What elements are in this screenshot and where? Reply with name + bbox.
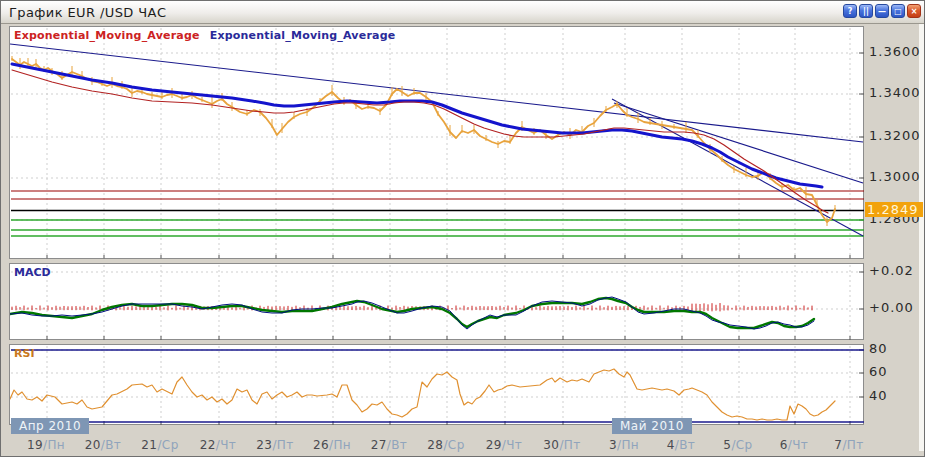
chart-window: График EUR /USD ЧАС ? || — □ × Exponenti… <box>0 0 925 457</box>
ema-legend-blue: Exponential_Moving_Average <box>210 29 396 42</box>
collapse-button[interactable]: — <box>875 4 889 18</box>
y-axis-label: 1.3400 <box>869 85 921 100</box>
maximize-icon: □ <box>894 7 902 16</box>
x-axis-label: 22/Чт <box>186 438 250 452</box>
y-axis-label: 40 <box>869 388 888 403</box>
window-titlebar[interactable]: График EUR /USD ЧАС ? || — □ × <box>1 1 924 24</box>
price-canvas[interactable] <box>10 27 865 260</box>
month-tag-april: Апр 2010 <box>11 418 89 434</box>
x-axis-label: 3/Пн <box>592 438 656 452</box>
x-axis-label: 30/Пт <box>530 438 594 452</box>
macd-panel[interactable]: MACD <box>9 263 864 340</box>
price-chart-panel[interactable]: Exponential_Moving_Average Exponential_M… <box>9 26 864 259</box>
x-axis-label: 19/Пн <box>14 438 78 452</box>
indicator-legend: Exponential_Moving_Average Exponential_M… <box>14 29 401 42</box>
question-icon: ? <box>848 7 853 16</box>
window-title: График EUR /USD ЧАС <box>9 5 166 20</box>
rsi-canvas[interactable] <box>10 345 865 426</box>
y-axis-label: 80 <box>869 341 888 356</box>
maximize-button[interactable]: □ <box>891 4 905 18</box>
macd-canvas[interactable] <box>10 264 865 341</box>
close-button[interactable]: × <box>907 4 921 18</box>
x-axis-label: 21/Ср <box>128 438 192 452</box>
x-axis-label: 4/Вт <box>649 438 713 452</box>
trendline <box>10 44 863 142</box>
ema-legend-red: Exponential_Moving_Average <box>14 29 200 42</box>
minimize-icon: — <box>878 7 886 16</box>
pause-button[interactable]: || <box>859 4 873 18</box>
rsi-panel[interactable]: RSI <box>9 344 864 425</box>
x-axis-label: 26/Пн <box>300 438 364 452</box>
y-axis-label: 1.3600 <box>869 44 921 59</box>
macd-main-green <box>10 298 814 328</box>
window-buttons: ? || — □ × <box>843 4 921 18</box>
x-axis-label: 23/Пт <box>243 438 307 452</box>
price-candles <box>12 59 835 222</box>
rsi-label: RSI <box>14 347 35 360</box>
rsi-line <box>10 369 835 420</box>
y-axis-label: +0.02 <box>869 263 914 278</box>
current-price-tag: 1.2849 <box>865 202 923 217</box>
y-axis-label: +0.00 <box>869 300 914 315</box>
help-button[interactable]: ? <box>843 4 857 18</box>
x-axis-label: 7/Пт <box>817 438 881 452</box>
pause-icon: || <box>863 7 869 16</box>
macd-label: MACD <box>14 266 51 279</box>
ema-slow-blue <box>12 64 822 187</box>
x-axis-label: 29/Чт <box>472 438 536 452</box>
x-axis-label: 5/Ср <box>706 438 770 452</box>
y-axis-label: 1.3000 <box>869 169 921 184</box>
x-axis-label: 28/Ср <box>414 438 478 452</box>
y-axis-label: 60 <box>869 364 888 379</box>
x-axis-label: 20/Вт <box>71 438 135 452</box>
y-axis-label: 1.3200 <box>869 128 921 143</box>
month-tag-may: Май 2010 <box>612 418 692 434</box>
x-axis-label: 27/Вт <box>357 438 421 452</box>
close-icon: × <box>911 7 918 16</box>
